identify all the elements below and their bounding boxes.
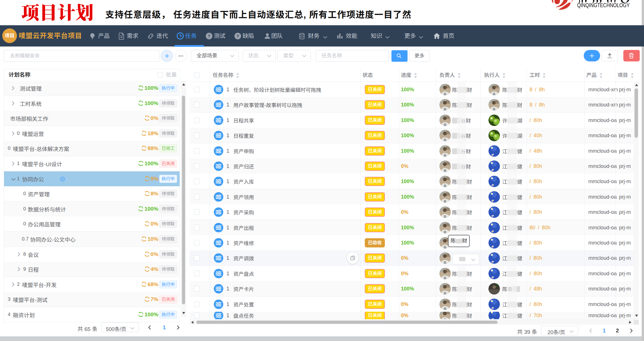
svg-text:?: ? xyxy=(236,34,239,38)
svg-text:?: ? xyxy=(208,34,210,38)
